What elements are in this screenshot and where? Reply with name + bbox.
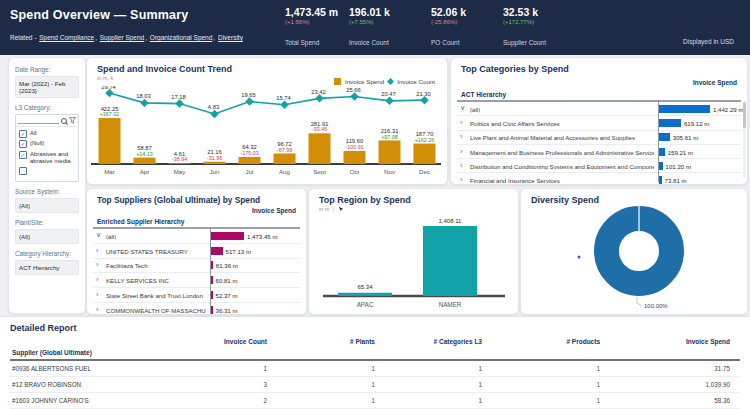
suppliers-axis-label: Invoice Spend: [252, 207, 296, 214]
invoice-spend-bar[interactable]: [344, 151, 366, 164]
checkbox-icon[interactable]: [19, 167, 27, 175]
related-link-spend-compliance[interactable]: Spend Compliance: [39, 34, 94, 41]
invoice-count-legend-label[interactable]: Invoice Count: [397, 78, 435, 85]
invoice-count-point[interactable]: [420, 96, 428, 104]
hierarchy-row[interactable]: ›Politics and Civic Affairs Services619.…: [457, 115, 741, 129]
hierarchy-row-value: 159.21 m: [668, 148, 693, 155]
collapse-chevron-icon[interactable]: ∨: [96, 231, 101, 239]
hierarchy-row[interactable]: ∨(all)1,442.29 m: [457, 100, 741, 115]
categories-axis-label: Invoice Spend: [693, 79, 737, 86]
expand-chevron-icon[interactable]: ›: [96, 247, 98, 254]
filter-funnel-icon[interactable]: [69, 117, 76, 124]
expand-chevron-icon[interactable]: ›: [460, 147, 462, 154]
expand-chevron-icon[interactable]: ›: [460, 119, 462, 126]
value-cell: 3: [170, 377, 277, 393]
hierarchy-row[interactable]: ∨(all)1,473.45 m: [93, 227, 300, 243]
checkbox-checked-icon[interactable]: ✓: [19, 130, 27, 138]
hierarchy-row-bar[interactable]: [211, 291, 213, 299]
hierarchy-row[interactable]: ›Financial and Insurance Services73.81 m: [457, 172, 741, 185]
search-icon[interactable]: [61, 118, 67, 124]
hierarchy-row-bar[interactable]: [211, 306, 213, 314]
hierarchy-row-bar[interactable]: [211, 261, 213, 269]
hierarchy-row[interactable]: ›Management and Business Professionals a…: [457, 144, 741, 158]
invoice-count-point[interactable]: [245, 97, 253, 105]
detail-column-header[interactable]: Invoice Count: [170, 336, 277, 347]
expand-chevron-icon[interactable]: ›: [460, 133, 462, 140]
invoice-count-point[interactable]: [385, 97, 393, 105]
detail-column-header[interactable]: Invoice Spend: [610, 336, 740, 347]
hierarchy-row-bar[interactable]: [659, 176, 662, 184]
l3-category-search-input[interactable]: [18, 117, 59, 124]
invoice-spend-bar[interactable]: [379, 140, 401, 164]
hierarchy-row[interactable]: ›COMMONWEALTH OF MASSACHUSETTS36.31 m: [93, 302, 300, 315]
expand-chevron-icon[interactable]: ›: [96, 306, 98, 313]
hierarchy-row[interactable]: ›KELLY SERVICES INC60.81 m: [93, 272, 300, 287]
invoice-spend-legend-swatch[interactable]: [334, 78, 341, 85]
related-link-organizational-spend[interactable]: Organizational Spend: [150, 34, 213, 41]
invoice-spend-bar[interactable]: [414, 144, 436, 164]
line-value-label: 19.65: [241, 92, 256, 98]
hierarchy-row[interactable]: ›State Street Bank and Trust London52.37…: [93, 287, 300, 302]
hierarchy-row[interactable]: ›UNITED STATES TREASURY517.13 m: [93, 243, 300, 258]
detail-row-dimension-header[interactable]: Supplier (Global Ultimate): [10, 347, 170, 360]
kpi-delta: (+172.77%): [503, 19, 583, 25]
invoice-spend-bar[interactable]: [309, 133, 331, 164]
invoice-spend-bar[interactable]: [274, 153, 296, 164]
hierarchy-row-bar[interactable]: [211, 247, 223, 255]
x-axis-label: Sept: [313, 168, 326, 175]
categories-column-header: ACT Hierarchy: [461, 91, 506, 98]
related-link-supplier-spend[interactable]: Supplier Spend: [100, 34, 144, 41]
checkbox-checked-icon[interactable]: ✓: [19, 151, 27, 159]
hierarchy-row-bar[interactable]: [211, 232, 244, 240]
invoice-count-point[interactable]: [175, 99, 183, 107]
expand-chevron-icon[interactable]: ›: [460, 162, 462, 169]
expand-chevron-icon[interactable]: ›: [96, 261, 98, 268]
invoice-spend-bar[interactable]: [134, 158, 156, 164]
invoice-spend-bar[interactable]: [204, 162, 226, 164]
hierarchy-row-bar[interactable]: [659, 133, 670, 141]
expand-chevron-icon[interactable]: ›: [460, 176, 462, 183]
detail-column-header[interactable]: # Products: [492, 336, 610, 347]
expand-chevron-icon[interactable]: ›: [96, 276, 98, 283]
detail-data-row[interactable]: #1603 JOHNNY CARINO'S211158.36: [10, 393, 740, 409]
region-bar[interactable]: [338, 293, 392, 296]
hierarchy-row-bar[interactable]: [659, 105, 710, 113]
invoice-spend-bar[interactable]: [169, 163, 191, 164]
expand-chevron-icon[interactable]: ›: [96, 291, 98, 298]
detail-data-row[interactable]: #0936 ALBERTSONS FUEL111131.75: [10, 360, 740, 377]
region-bar[interactable]: [423, 226, 477, 296]
hierarchy-row[interactable]: ›Live Plant and Animal Material and Acce…: [457, 130, 741, 144]
invoice-count-point[interactable]: [210, 110, 218, 118]
related-link-diversity[interactable]: Diversity: [218, 34, 243, 41]
hierarchy-row-bar[interactable]: [659, 162, 663, 170]
line-value-label: 15.74: [276, 95, 291, 101]
hierarchy-row[interactable]: ›Facilitiaza Tech81.36 m: [93, 258, 300, 273]
invoice-spend-bar[interactable]: [239, 157, 261, 164]
kpi-delta: (+7.55%): [349, 19, 429, 25]
invoice-spend-legend-label[interactable]: Invoice Spend: [345, 78, 384, 85]
detail-data-row[interactable]: #12 BRAVO ROBINSON31111,039.90: [10, 377, 740, 393]
source-system-value[interactable]: (All): [15, 198, 79, 213]
categories-scrollbar-thumb[interactable]: [743, 102, 746, 128]
detail-column-header[interactable]: # Plants: [277, 336, 385, 347]
hierarchy-row[interactable]: ›Distribution and Conditioning Systems a…: [457, 158, 741, 172]
invoice-count-legend-swatch[interactable]: [387, 78, 394, 85]
filter-sidebar: Date Range: Mar (2022) - Feb (2023) L3 C…: [8, 57, 86, 314]
plant-site-value[interactable]: (All): [15, 229, 79, 244]
hierarchy-row-bar[interactable]: [211, 276, 213, 284]
hierarchy-row-bar[interactable]: [659, 148, 665, 156]
detail-column-header[interactable]: # Categories L3: [385, 336, 492, 347]
checkbox-checked-icon[interactable]: ✓: [19, 140, 27, 148]
invoice-count-point[interactable]: [105, 89, 113, 97]
invoice-count-point[interactable]: [315, 94, 323, 102]
invoice-spend-bar[interactable]: [99, 118, 121, 164]
drill-cursor-icon[interactable]: [338, 206, 344, 212]
x-axis-label: Dec: [419, 168, 430, 175]
date-range-value[interactable]: Mar (2022) - Feb (2023): [15, 76, 79, 98]
invoice-count-point[interactable]: [350, 92, 358, 100]
invoice-count-point[interactable]: [280, 101, 288, 109]
category-hierarchy-value[interactable]: ACT Hierarchy: [15, 260, 79, 275]
collapse-chevron-icon[interactable]: ∨: [460, 104, 465, 112]
invoice-count-point[interactable]: [140, 99, 148, 107]
hierarchy-row-bar[interactable]: [659, 119, 681, 127]
